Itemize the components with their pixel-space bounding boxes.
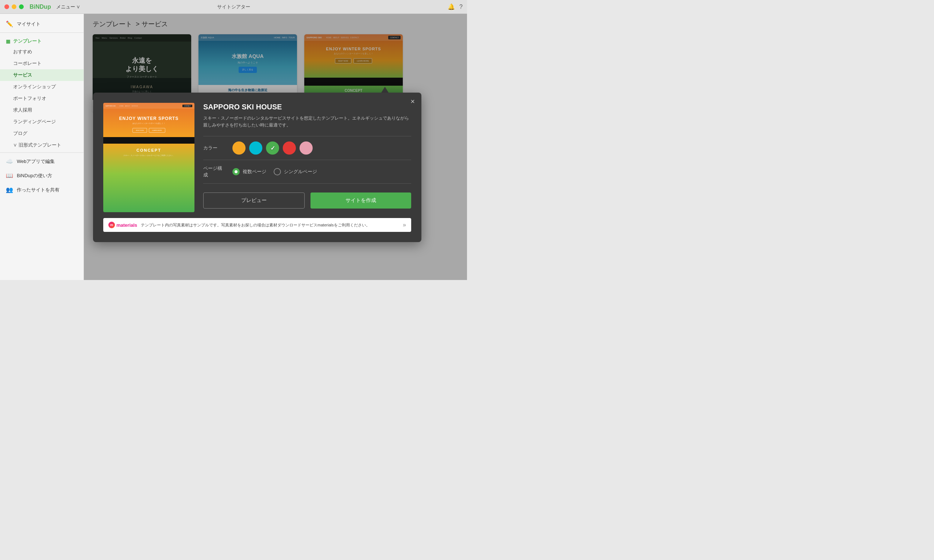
panel-ski-concept-title: CONCEPT	[136, 148, 161, 152]
detail-panel-overlay: × SAPPORO SKI HOME ABOUT SERVICE CONTACT	[84, 14, 467, 280]
color-swatch-pink[interactable]	[299, 142, 313, 155]
color-swatch-orange[interactable]	[233, 142, 245, 155]
radio-multi-page[interactable]: 複数ページ	[233, 168, 266, 175]
sidebar: ✏️ マイサイト ▦ テンプレート おすすめ コーポレート サービス オンライン…	[0, 14, 84, 280]
materials-logo-icon: m	[108, 222, 115, 228]
radio-single-page-circle	[274, 168, 281, 175]
page-layout-section: ページ構成 複数ページ シングルページ	[203, 165, 411, 178]
sidebar-item-online-shop[interactable]: オンラインショップ	[0, 81, 83, 92]
color-swatches	[233, 142, 313, 155]
detail-content: SAPPORO SKI HOME ABOUT SERVICE CONTACT E…	[103, 103, 411, 212]
close-window-button[interactable]	[5, 5, 9, 9]
detail-title: SAPPORO SKI HOUSE	[203, 103, 411, 111]
sidebar-item-portfolio[interactable]: ポートフォリオ	[0, 92, 83, 104]
howto-label: BiNDupの使い方	[17, 172, 52, 179]
sidebar-divider-1	[0, 32, 83, 33]
detail-description: スキー・スノーボードのレンタルサービスサイトを想定したテンプレート。エネルギッシ…	[203, 115, 411, 129]
detail-actions: プレビュー サイトを作成	[203, 192, 411, 209]
content-area: テンプレート > サービス NavMenuServicesBridalBlogC…	[84, 14, 467, 280]
panel-ski-black-bar	[103, 137, 194, 144]
color-swatch-red[interactable]	[283, 142, 296, 155]
sidebar-item-howto[interactable]: 📖 BiNDupの使い方	[0, 168, 83, 183]
detail-preview-image: SAPPORO SKI HOME ABOUT SERVICE CONTACT E…	[103, 103, 194, 212]
sidebar-item-service[interactable]: サービス	[0, 69, 83, 81]
radio-single-page-label: シングルページ	[284, 168, 317, 175]
color-swatch-green[interactable]	[266, 142, 279, 155]
webapp-label: Webアプリで編集	[17, 158, 55, 165]
color-label: カラー	[203, 145, 225, 151]
sidebar-item-landing[interactable]: ランディングページ	[0, 116, 83, 128]
color-swatch-teal[interactable]	[249, 142, 262, 155]
panel-ski-hero: ENJOY WINTER SPORTS あなたのウィンタースポーツを楽しく！ R…	[103, 109, 194, 137]
panel-ski-hero-title: ENJOY WINTER SPORTS	[119, 116, 179, 121]
sidebar-templates-section: ▦ テンプレート	[0, 34, 83, 46]
book-icon: 📖	[6, 172, 13, 179]
sidebar-item-blog[interactable]: ブログ	[0, 128, 83, 139]
sidebar-item-webapp[interactable]: ☁️ Webアプリで編集	[0, 154, 83, 168]
materials-arrow-icon: »	[403, 222, 406, 228]
sidebar-item-recruitment[interactable]: 求人採用	[0, 104, 83, 116]
panel-ski-concept-sub: スキー・スノーボードのレンタルサービスをご利用ください。	[123, 154, 174, 157]
main-layout: ✏️ マイサイト ▦ テンプレート おすすめ コーポレート サービス オンライン…	[0, 14, 467, 280]
page-layout-label: ページ構成	[203, 165, 225, 178]
app-logo: BiNDup	[29, 4, 51, 10]
my-sites-label: マイサイト	[17, 21, 40, 27]
detail-divider-1	[203, 136, 411, 136]
sidebar-item-recommended[interactable]: おすすめ	[0, 46, 83, 58]
maximize-window-button[interactable]	[19, 5, 24, 9]
window-title: サイトシアター	[217, 4, 250, 10]
cloud-icon: ☁️	[6, 158, 13, 165]
templates-label: テンプレート	[13, 38, 42, 45]
window-controls	[5, 5, 24, 9]
color-section: カラー	[203, 142, 411, 155]
panel-ski-preview: SAPPORO SKI HOME ABOUT SERVICE CONTACT E…	[103, 103, 194, 212]
panel-ski-btn2: LEARN MORE	[149, 128, 165, 133]
sidebar-item-corporate[interactable]: コーポレート	[0, 58, 83, 69]
radio-single-page[interactable]: シングルページ	[274, 168, 317, 175]
materials-label: materials	[116, 222, 137, 228]
titlebar: BiNDup メニュー ∨ サイトシアター 🔔 ?	[0, 0, 467, 14]
panel-ski-hero-sub: あなたのウィンタースポーツを楽しく！	[133, 122, 165, 124]
sidebar-divider-2	[0, 152, 83, 153]
share-label: 作ったサイトを共有	[17, 187, 60, 193]
panel-ski-nav: SAPPORO SKI HOME ABOUT SERVICE CONTACT	[103, 103, 194, 109]
create-site-button[interactable]: サイトを作成	[310, 192, 411, 209]
materials-banner: m materials テンプレート内の写真素材はサンプルです。写真素材をお探し…	[103, 218, 411, 232]
detail-panel: × SAPPORO SKI HOME ABOUT SERVICE CONTACT	[93, 92, 421, 242]
panel-ski-btns: RENT NOW LEARN MORE	[133, 128, 165, 133]
sidebar-item-share[interactable]: 👥 作ったサイトを共有	[0, 183, 83, 197]
detail-divider-2	[203, 160, 411, 160]
menu-button[interactable]: メニュー ∨	[56, 4, 81, 10]
preview-button[interactable]: プレビュー	[203, 192, 305, 209]
panel-ski-btn1: RENT NOW	[133, 128, 147, 133]
grid-icon: ▦	[6, 38, 10, 44]
sidebar-item-old-format[interactable]: ∨ 旧形式テンプレート	[0, 139, 83, 151]
materials-text: テンプレート内の写真素材はサンプルです。写真素材をお探しの場合は素材ダウンロード…	[141, 222, 370, 228]
pencil-icon: ✏️	[6, 20, 13, 27]
page-layout-options: 複数ページ シングルページ	[233, 168, 317, 175]
materials-logo: m materials	[108, 222, 137, 228]
notification-button[interactable]: 🔔	[448, 3, 455, 10]
detail-divider-3	[203, 183, 411, 184]
panel-ski-concept: CONCEPT スキー・スノーボードのレンタルサービスをご利用ください。	[103, 144, 194, 212]
detail-info: SAPPORO SKI HOUSE スキー・スノーボードのレンタルサービスサイト…	[203, 103, 411, 212]
help-button[interactable]: ?	[459, 4, 462, 10]
sidebar-item-mysites[interactable]: ✏️ マイサイト	[0, 17, 83, 31]
radio-multi-page-circle	[233, 168, 240, 175]
detail-close-button[interactable]: ×	[410, 98, 415, 105]
minimize-window-button[interactable]	[12, 5, 16, 9]
share-icon: 👥	[6, 186, 13, 193]
titlebar-actions: 🔔 ?	[448, 3, 462, 10]
radio-multi-page-label: 複数ページ	[243, 168, 266, 175]
